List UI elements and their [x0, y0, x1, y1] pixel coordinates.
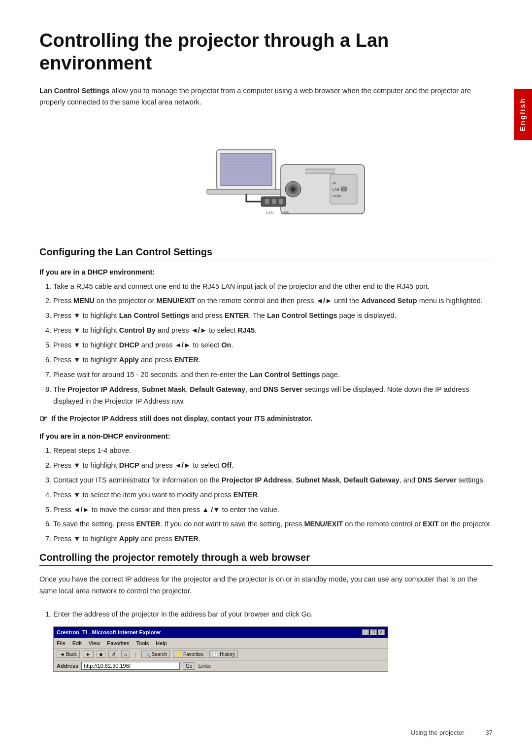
nondhcp-step-7: Press ▼ to highlight Apply and press ENT…	[53, 533, 493, 545]
menu-help[interactable]: Help	[156, 639, 167, 648]
side-tab: English	[514, 89, 532, 140]
menu-favorites[interactable]: Favorites	[107, 639, 129, 648]
browser-addressbar: Address Go Links	[54, 660, 388, 672]
dhcp-step-2: Press MENU on the projector or MENU/EXIT…	[53, 295, 493, 307]
dhcp-step-4: Press ▼ to highlight Control By and pres…	[53, 325, 493, 337]
dhcp-steps-list: Take a RJ45 cable and connect one end to…	[53, 281, 493, 408]
browser-screenshot: Crestron_TI - Microsoft Internet Explore…	[53, 626, 388, 673]
browser-buttons: _ □ ×	[362, 629, 385, 635]
note-text: If the Projector IP Address still does n…	[51, 414, 312, 422]
nondhcp-step-6: To save the setting, press ENTER. If you…	[53, 518, 493, 530]
content-body: Configuring the Lan Control Settings If …	[39, 246, 493, 673]
diagram-illustration: IN LAN HDMI LAN USB	[148, 120, 384, 231]
page-footer: Using the projector 37	[411, 729, 493, 736]
svg-rect-19	[265, 199, 269, 204]
section2-step1-text: Enter the address of the projector in th…	[53, 610, 313, 618]
nondhcp-step-1: Repeat steps 1-4 above.	[53, 445, 493, 457]
browser-titlebar: Crestron_TI - Microsoft Internet Explore…	[54, 627, 388, 638]
footer-divider	[472, 729, 478, 736]
nondhcp-step-2: Press ▼ to highlight DHCP and press ◄/► …	[53, 460, 493, 472]
dhcp-subheading: If you are in a DHCP environment:	[39, 268, 493, 276]
svg-rect-11	[305, 169, 335, 171]
svg-text:LAN: LAN	[332, 188, 339, 191]
close-btn[interactable]: ×	[378, 629, 385, 635]
browser-toolbar: ◄ Back ► ■ ↺ ⌂ | 🔍 Search ⭐ Favorites 🕐 …	[54, 649, 388, 660]
home-btn[interactable]: ⌂	[121, 651, 130, 658]
page-title: Controlling the projector through a Lan …	[39, 30, 493, 74]
dhcp-step-3: Press ▼ to highlight Lan Control Setting…	[53, 310, 493, 322]
nondhcp-step-3: Contact your ITS administrator for infor…	[53, 475, 493, 486]
svg-rect-12	[305, 172, 335, 174]
favorites-btn[interactable]: ⭐ Favorites	[173, 651, 206, 658]
svg-rect-20	[272, 199, 276, 204]
svg-rect-17	[341, 187, 347, 191]
history-btn[interactable]: 🕐 History	[209, 651, 238, 658]
nondhcp-subheading: If you are in a non-DHCP environment:	[39, 432, 493, 440]
nondhcp-step-5: Press ◄/► to move the cursor and then pr…	[53, 504, 493, 516]
svg-rect-21	[279, 199, 283, 204]
menu-file[interactable]: File	[57, 639, 66, 648]
search-btn[interactable]: 🔍 Search	[141, 651, 170, 658]
svg-rect-2	[207, 189, 286, 194]
intro-bold: Lan Control Settings	[39, 87, 110, 95]
stop-btn[interactable]: ■	[97, 651, 105, 658]
browser-title: Crestron_TI - Microsoft Internet Explore…	[57, 628, 161, 637]
svg-text:IN: IN	[332, 181, 336, 185]
svg-text:HDMI: HDMI	[332, 194, 341, 198]
refresh-btn[interactable]: ↺	[108, 651, 118, 658]
note-icon: ☞	[39, 413, 47, 424]
forward-btn[interactable]: ►	[83, 651, 94, 658]
section2-step-1: Enter the address of the projector in th…	[53, 609, 493, 672]
intro-paragraph: Lan Control Settings allow you to manage…	[39, 85, 493, 108]
section2-heading: Controlling the projector remotely throu…	[39, 552, 493, 566]
dhcp-step-5: Press ▼ to highlight DHCP and press ◄/► …	[53, 340, 493, 351]
section2-intro: Once you have the correct IP address for…	[39, 574, 493, 596]
dhcp-step-6: Press ▼ to highlight Apply and press ENT…	[53, 354, 493, 366]
section2-steps: Enter the address of the projector in th…	[53, 609, 493, 672]
address-label: Address	[57, 661, 78, 670]
note-box: ☞ If the Projector IP Address still does…	[39, 414, 493, 424]
svg-point-10	[291, 187, 296, 192]
menu-edit[interactable]: Edit	[72, 639, 82, 648]
maximize-btn[interactable]: □	[370, 629, 377, 635]
nondhcp-step-4: Press ▼ to select the item you want to m…	[53, 489, 493, 501]
menu-view[interactable]: View	[89, 639, 100, 648]
diagram-area: IN LAN HDMI LAN USB	[39, 120, 493, 231]
diagram-svg: IN LAN HDMI LAN USB	[148, 120, 384, 229]
browser-menubar: File Edit View Favorites Tools Help	[54, 638, 388, 649]
links-label: Links	[198, 661, 211, 670]
svg-text:LAN: LAN	[266, 210, 274, 215]
dhcp-step-8: The Projector IP Address, Subnet Mask, D…	[53, 384, 493, 408]
nondhcp-steps-list: Repeat steps 1-4 above. Press ▼ to highl…	[53, 445, 493, 545]
dhcp-step-1: Take a RJ45 cable and connect one end to…	[53, 281, 493, 293]
section1-heading: Configuring the Lan Control Settings	[39, 246, 493, 260]
page-container: English Controlling the projector throug…	[0, 0, 532, 756]
svg-text:USB: USB	[281, 210, 289, 215]
go-button[interactable]: Go	[183, 662, 195, 670]
footer-page-number: 37	[486, 729, 493, 736]
address-input[interactable]	[81, 662, 180, 670]
back-btn[interactable]: ◄ Back	[57, 651, 80, 658]
footer-section-label: Using the projector	[411, 729, 465, 736]
minimize-btn[interactable]: _	[362, 629, 369, 635]
dhcp-step-7: Please wait for around 15 - 20 seconds, …	[53, 369, 493, 381]
menu-tools[interactable]: Tools	[136, 639, 149, 648]
